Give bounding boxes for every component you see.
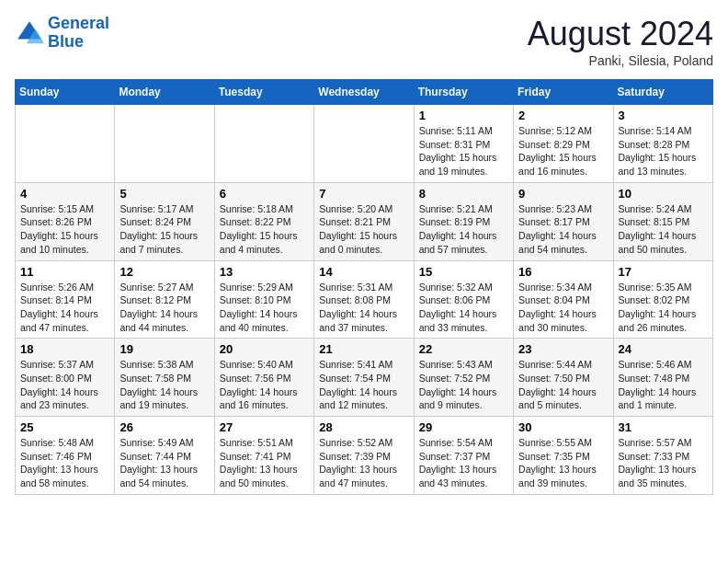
calendar-cell: 18Sunrise: 5:37 AMSunset: 8:00 PMDayligh… [16,339,115,417]
day-number: 31 [619,420,708,434]
calendar-header-row: SundayMondayTuesdayWednesdayThursdayFrid… [16,80,713,105]
day-number: 9 [518,187,608,201]
day-number: 25 [20,420,109,434]
calendar-cell: 6Sunrise: 5:18 AMSunset: 8:22 PMDaylight… [214,182,313,260]
weekday-header: Tuesday [214,80,313,105]
calendar-cell: 25Sunrise: 5:48 AMSunset: 7:46 PMDayligh… [16,417,115,495]
day-info: Sunrise: 5:17 AMSunset: 8:24 PMDaylight:… [119,202,209,257]
day-number: 5 [119,187,209,201]
calendar-cell: 20Sunrise: 5:40 AMSunset: 7:56 PMDayligh… [214,339,313,417]
day-number: 20 [220,342,309,356]
calendar-cell: 4Sunrise: 5:15 AMSunset: 8:26 PMDaylight… [16,182,115,260]
calendar-cell: 17Sunrise: 5:35 AMSunset: 8:02 PMDayligh… [613,260,712,339]
calendar-cell: 14Sunrise: 5:31 AMSunset: 8:08 PMDayligh… [314,260,414,339]
day-info: Sunrise: 5:20 AMSunset: 8:21 PMDaylight:… [319,202,408,257]
page-header: General Blue August 2024 Panki, Silesia,… [15,15,713,68]
calendar-cell: 15Sunrise: 5:32 AMSunset: 8:06 PMDayligh… [414,260,513,339]
day-number: 23 [518,342,608,356]
day-info: Sunrise: 5:43 AMSunset: 7:52 PMDaylight:… [419,358,508,412]
calendar-week-row: 1Sunrise: 5:11 AMSunset: 8:31 PMDaylight… [16,105,713,183]
calendar-cell: 11Sunrise: 5:26 AMSunset: 8:14 PMDayligh… [16,260,115,339]
logo-line1: General [48,14,109,32]
calendar-cell: 10Sunrise: 5:24 AMSunset: 8:15 PMDayligh… [613,182,712,260]
calendar-cell: 23Sunrise: 5:44 AMSunset: 7:50 PMDayligh… [514,339,613,417]
day-number: 10 [619,187,708,201]
calendar-cell: 12Sunrise: 5:27 AMSunset: 8:12 PMDayligh… [115,260,214,339]
day-info: Sunrise: 5:52 AMSunset: 7:39 PMDaylight:… [319,436,408,490]
calendar-cell: 22Sunrise: 5:43 AMSunset: 7:52 PMDayligh… [414,339,513,417]
logo-line2: Blue [48,32,84,51]
calendar-cell: 27Sunrise: 5:51 AMSunset: 7:41 PMDayligh… [214,417,313,495]
day-info: Sunrise: 5:38 AMSunset: 7:58 PMDaylight:… [119,358,209,412]
calendar-cell: 30Sunrise: 5:55 AMSunset: 7:35 PMDayligh… [514,417,613,495]
day-number: 4 [20,187,109,201]
day-number: 7 [319,187,408,201]
weekday-header: Friday [514,80,613,105]
logo-icon [15,18,44,48]
calendar-cell: 24Sunrise: 5:46 AMSunset: 7:48 PMDayligh… [613,339,712,417]
day-info: Sunrise: 5:27 AMSunset: 8:12 PMDaylight:… [119,281,209,335]
calendar-table: SundayMondayTuesdayWednesdayThursdayFrid… [15,79,713,495]
calendar-cell: 3Sunrise: 5:14 AMSunset: 8:28 PMDaylight… [613,105,712,183]
day-info: Sunrise: 5:21 AMSunset: 8:19 PMDaylight:… [419,202,508,257]
calendar-cell: 16Sunrise: 5:34 AMSunset: 8:04 PMDayligh… [514,260,613,339]
day-number: 30 [518,420,608,434]
calendar-week-row: 18Sunrise: 5:37 AMSunset: 8:00 PMDayligh… [16,339,713,417]
day-number: 21 [319,342,408,356]
day-info: Sunrise: 5:14 AMSunset: 8:28 PMDaylight:… [619,124,708,178]
day-info: Sunrise: 5:32 AMSunset: 8:06 PMDaylight:… [419,281,508,335]
day-info: Sunrise: 5:54 AMSunset: 7:37 PMDaylight:… [419,436,508,490]
calendar-cell: 21Sunrise: 5:41 AMSunset: 7:54 PMDayligh… [314,339,414,417]
day-info: Sunrise: 5:41 AMSunset: 7:54 PMDaylight:… [319,358,408,412]
day-number: 18 [20,342,109,356]
day-number: 15 [419,265,508,279]
calendar-cell: 9Sunrise: 5:23 AMSunset: 8:17 PMDaylight… [514,182,613,260]
day-info: Sunrise: 5:18 AMSunset: 8:22 PMDaylight:… [220,202,309,257]
day-number: 27 [220,420,309,434]
day-info: Sunrise: 5:23 AMSunset: 8:17 PMDaylight:… [518,202,608,257]
calendar-cell: 5Sunrise: 5:17 AMSunset: 8:24 PMDaylight… [115,182,214,260]
day-info: Sunrise: 5:12 AMSunset: 8:29 PMDaylight:… [518,124,608,178]
day-number: 17 [619,265,708,279]
day-number: 19 [119,342,209,356]
calendar-cell: 29Sunrise: 5:54 AMSunset: 7:37 PMDayligh… [414,417,513,495]
day-number: 14 [319,265,408,279]
day-info: Sunrise: 5:48 AMSunset: 7:46 PMDaylight:… [20,436,109,490]
day-info: Sunrise: 5:34 AMSunset: 8:04 PMDaylight:… [518,281,608,335]
calendar-cell: 8Sunrise: 5:21 AMSunset: 8:19 PMDaylight… [414,182,513,260]
day-number: 1 [419,109,508,122]
day-number: 16 [518,265,608,279]
logo: General Blue [15,15,109,52]
day-info: Sunrise: 5:37 AMSunset: 8:00 PMDaylight:… [20,358,109,412]
day-info: Sunrise: 5:55 AMSunset: 7:35 PMDaylight:… [518,436,608,490]
weekday-header: Wednesday [314,80,414,105]
title-block: August 2024 Panki, Silesia, Poland [528,15,713,68]
day-number: 11 [20,265,109,279]
calendar-cell [16,105,115,183]
day-info: Sunrise: 5:24 AMSunset: 8:15 PMDaylight:… [619,202,708,257]
calendar-cell [115,105,214,183]
day-info: Sunrise: 5:29 AMSunset: 8:10 PMDaylight:… [220,281,309,335]
weekday-header: Thursday [414,80,513,105]
day-number: 12 [119,265,209,279]
day-number: 13 [220,265,309,279]
day-info: Sunrise: 5:49 AMSunset: 7:44 PMDaylight:… [119,436,209,490]
day-info: Sunrise: 5:46 AMSunset: 7:48 PMDaylight:… [619,358,708,412]
calendar-cell: 31Sunrise: 5:57 AMSunset: 7:33 PMDayligh… [613,417,712,495]
day-info: Sunrise: 5:26 AMSunset: 8:14 PMDaylight:… [20,281,109,335]
weekday-header: Monday [115,80,214,105]
calendar-week-row: 11Sunrise: 5:26 AMSunset: 8:14 PMDayligh… [16,260,713,339]
day-info: Sunrise: 5:35 AMSunset: 8:02 PMDaylight:… [619,281,708,335]
calendar-cell: 7Sunrise: 5:20 AMSunset: 8:21 PMDaylight… [314,182,414,260]
day-info: Sunrise: 5:57 AMSunset: 7:33 PMDaylight:… [619,436,708,490]
day-info: Sunrise: 5:44 AMSunset: 7:50 PMDaylight:… [518,358,608,412]
day-number: 3 [619,109,708,122]
calendar-cell [214,105,313,183]
weekday-header: Sunday [16,80,115,105]
day-number: 26 [119,420,209,434]
calendar-cell: 13Sunrise: 5:29 AMSunset: 8:10 PMDayligh… [214,260,313,339]
month-title: August 2024 [528,15,713,53]
day-info: Sunrise: 5:15 AMSunset: 8:26 PMDaylight:… [20,202,109,257]
day-number: 24 [619,342,708,356]
day-number: 6 [220,187,309,201]
